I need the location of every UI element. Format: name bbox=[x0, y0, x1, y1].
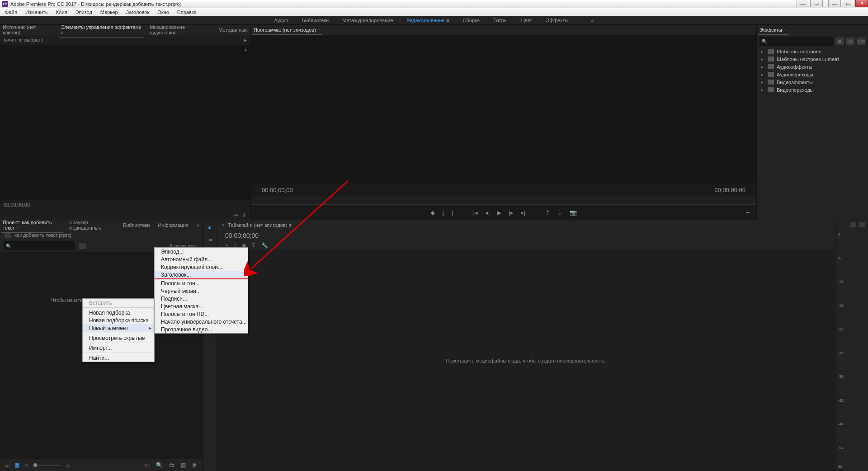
workspace-assembly[interactable]: Сборка bbox=[463, 18, 480, 23]
fx-folder[interactable]: ▸Аудиоэффекты bbox=[757, 63, 868, 71]
workspace-color[interactable]: Цвет bbox=[521, 18, 533, 23]
menu-edit[interactable]: Изменить bbox=[22, 9, 51, 15]
selection-tool-icon[interactable]: ▲ bbox=[206, 223, 214, 231]
app-maximize-button[interactable]: ▭ bbox=[810, 0, 823, 7]
ctx-item-new-bin[interactable]: Новая подборка bbox=[83, 309, 154, 316]
ctx-item-black-video[interactable]: Черный экран... bbox=[155, 287, 248, 295]
zoom-slider[interactable] bbox=[33, 465, 61, 466]
new-bin-icon[interactable]: 🗀 bbox=[169, 462, 175, 468]
ctx-item-adjustment-layer[interactable]: Корректирующий слой... bbox=[155, 263, 248, 271]
close-icon[interactable]: × bbox=[222, 222, 224, 228]
list-view-icon[interactable]: ≣ bbox=[5, 462, 9, 468]
extract-icon[interactable]: ⇣ bbox=[557, 209, 562, 216]
os-minimize-button[interactable]: — bbox=[828, 0, 841, 7]
export-frame-icon[interactable]: 📷 bbox=[570, 209, 577, 216]
tl-wrench-icon[interactable]: 🔧 bbox=[261, 242, 268, 249]
marker-icon[interactable]: ◆ bbox=[430, 209, 435, 216]
timeline-timecode[interactable]: 00;00;00;00 bbox=[225, 232, 259, 239]
tab-program[interactable]: Программа: (нет эпизодов) ≡ bbox=[254, 25, 320, 34]
menu-help[interactable]: Справка bbox=[174, 9, 200, 15]
track-select-tool-icon[interactable]: ⇥ bbox=[206, 236, 214, 244]
step-fwd-icon[interactable]: |▸ bbox=[509, 209, 513, 216]
sort-icon[interactable]: ◇ bbox=[66, 462, 70, 468]
panel-overflow-icon[interactable]: » bbox=[197, 222, 199, 228]
fx-folder[interactable]: ▸Видеопереходы bbox=[757, 86, 868, 94]
meter-icon[interactable] bbox=[859, 222, 865, 227]
collapse-icon[interactable]: ▴ bbox=[245, 47, 247, 52]
tab-metadata[interactable]: Метаданные bbox=[218, 25, 248, 34]
project-search-input[interactable] bbox=[4, 241, 75, 250]
fx-badge-3-icon[interactable]: YUV bbox=[857, 38, 865, 45]
workspace-effects[interactable]: Эффекты bbox=[546, 18, 568, 23]
bin-icon[interactable] bbox=[79, 243, 86, 249]
ctx-item-offline-file[interactable]: Автономный файл... bbox=[155, 255, 248, 263]
ctx-item-paste[interactable]: Вставить bbox=[83, 299, 154, 306]
step-back-icon[interactable]: ◂| bbox=[485, 209, 490, 216]
source-btn-1-icon[interactable]: ▹▸ bbox=[233, 212, 238, 218]
tab-effect-controls[interactable]: Элементы управления эффектами ≡ bbox=[61, 23, 142, 37]
app-minimize-button[interactable]: — bbox=[797, 0, 809, 7]
fx-folder[interactable]: ▸Шаблоны настроек bbox=[757, 47, 868, 55]
tab-effects[interactable]: Эффекты ≡ bbox=[760, 25, 786, 34]
button-editor-icon[interactable]: + bbox=[746, 208, 750, 217]
os-maximize-button[interactable]: ▭ bbox=[842, 0, 854, 7]
fx-badge-1-icon[interactable]: ⊞ bbox=[835, 38, 844, 45]
menu-sequence[interactable]: Эпизод bbox=[72, 9, 95, 15]
tab-timeline[interactable]: Таймлайн: (нет эпизодов) ≡ bbox=[228, 222, 292, 228]
menu-clip[interactable]: Клип bbox=[53, 9, 71, 15]
ctx-item-find[interactable]: Найти... bbox=[83, 354, 154, 362]
tl-insert-icon[interactable]: ↧ bbox=[251, 242, 256, 249]
ctx-item-color-matte[interactable]: Цветная маска... bbox=[155, 302, 248, 310]
hamburger-icon[interactable]: ≡ bbox=[61, 30, 64, 35]
tab-media-browser[interactable]: Браузер медиаданных bbox=[69, 218, 115, 232]
mark-in-icon[interactable]: { bbox=[442, 209, 444, 216]
tab-libraries[interactable]: Библиотеки bbox=[123, 221, 150, 230]
menu-file[interactable]: Файл bbox=[2, 9, 20, 15]
os-close-button[interactable]: ✕ bbox=[855, 0, 868, 7]
tab-audio-mixer[interactable]: Микширование аудиоклипа bbox=[150, 23, 211, 37]
ctx-item-view-hidden[interactable]: Просмотреть скрытые bbox=[83, 334, 154, 342]
fx-folder[interactable]: ▸Видеоэффекты bbox=[757, 78, 868, 86]
mark-out-icon[interactable]: } bbox=[451, 209, 453, 216]
hamburger-icon[interactable]: ≡ bbox=[289, 222, 292, 228]
workspace-titles[interactable]: Титры bbox=[493, 18, 507, 23]
ctx-item-import[interactable]: Импорт... bbox=[83, 344, 154, 352]
go-out-icon[interactable]: ▸| bbox=[521, 209, 525, 216]
auto-seq-icon[interactable]: ▭ bbox=[145, 462, 150, 468]
program-ruler[interactable] bbox=[251, 197, 756, 205]
hamburger-icon[interactable]: ≡ bbox=[317, 28, 320, 33]
trash-icon[interactable]: 🗑 bbox=[192, 462, 198, 468]
ctx-item-new-search-bin[interactable]: Новая подборка поиска bbox=[83, 316, 154, 324]
ctx-item-title[interactable]: Заголовок... bbox=[155, 271, 248, 278]
workspace-audio[interactable]: Аудио bbox=[274, 18, 288, 23]
hamburger-icon[interactable]: ≡ bbox=[446, 18, 449, 23]
freeform-icon[interactable]: ○ bbox=[25, 462, 28, 468]
menu-title[interactable]: Заголовок bbox=[123, 9, 153, 15]
workspace-metalogging[interactable]: Метажурналирование bbox=[342, 18, 393, 23]
tab-project[interactable]: Проект: как добавить текст ≡ bbox=[3, 218, 61, 232]
menu-marker[interactable]: Маркер bbox=[97, 9, 121, 15]
fx-badge-2-icon[interactable]: 32 bbox=[846, 38, 854, 45]
hamburger-icon[interactable]: ≡ bbox=[16, 226, 19, 231]
hamburger-icon[interactable]: ≡ bbox=[783, 28, 786, 33]
lift-icon[interactable]: ⇡ bbox=[545, 209, 550, 216]
ctx-item-new-item[interactable]: Новый элемент bbox=[83, 324, 154, 332]
source-btn-2-icon[interactable]: ⎘ bbox=[243, 212, 246, 217]
ctx-item-sequence[interactable]: Эпизод... bbox=[155, 248, 248, 255]
ctx-item-transparent-video[interactable]: Прозрачное видео... bbox=[155, 325, 248, 333]
go-in-icon[interactable]: |◂ bbox=[473, 209, 478, 216]
ctx-item-bars-tone[interactable]: Полосы и тон... bbox=[155, 279, 248, 287]
find-icon[interactable]: 🔍 bbox=[156, 462, 163, 468]
play-icon[interactable]: ▶ bbox=[497, 209, 501, 216]
new-item-icon[interactable]: ▥ bbox=[181, 462, 186, 468]
ctx-item-captions[interactable]: Подписи... bbox=[155, 295, 248, 302]
workspace-libraries[interactable]: Библиотеки bbox=[302, 18, 329, 23]
ctx-item-countdown[interactable]: Начало универсального отсчета... bbox=[155, 318, 248, 325]
workspace-overflow-icon[interactable]: » bbox=[591, 18, 594, 23]
effects-search-input[interactable] bbox=[760, 37, 833, 46]
icon-view-icon[interactable]: ▦ bbox=[14, 462, 19, 468]
tab-info[interactable]: Информация bbox=[158, 221, 189, 230]
ctx-item-hd-bars[interactable]: Полосы и тон HD... bbox=[155, 310, 248, 318]
workspace-editing[interactable]: Редактирование≡ bbox=[406, 18, 449, 23]
meter-icon[interactable] bbox=[850, 222, 856, 227]
